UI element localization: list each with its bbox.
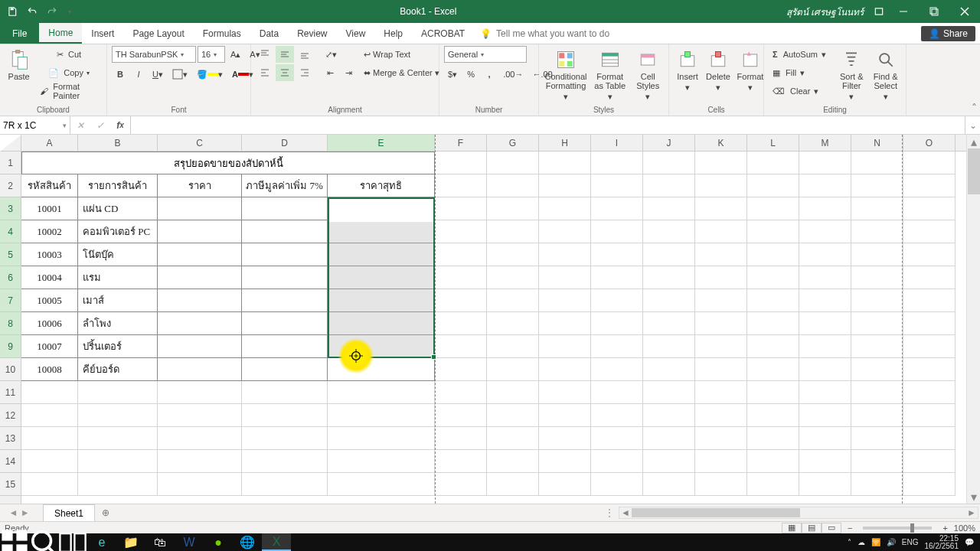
cell-I15[interactable] [591,473,643,496]
cell-E12[interactable] [328,404,435,427]
cell-G11[interactable] [487,381,539,404]
row-header-11[interactable]: 11 [0,381,21,404]
cell-M6[interactable] [799,266,851,289]
tab-home[interactable]: Home [39,23,82,44]
cell-L12[interactable] [747,404,799,427]
cell-L9[interactable] [747,335,799,358]
cell-O15[interactable] [903,473,956,496]
bold-button[interactable]: B [112,66,129,83]
cell-D9[interactable] [242,335,328,358]
cell-L7[interactable] [747,289,799,312]
cells-area[interactable]: รหัสสินค้ารายการสินค้าราคาภาษีมูลค่าเพิ่… [21,152,966,504]
cell-C9[interactable] [158,335,242,358]
cell-M15[interactable] [799,473,851,496]
notifications-icon[interactable]: 💬 [965,539,974,546]
cell-merged-title[interactable]: สรุปยอดขายของสัปดาห์นี้ [21,152,435,174]
cell-H14[interactable] [539,450,591,473]
zoom-slider[interactable] [863,527,932,530]
row-header-8[interactable]: 8 [0,312,21,335]
cell-F6[interactable] [435,266,487,289]
sort-filter-button[interactable]: Sort & Filter▾ [836,46,867,104]
cell-C2[interactable]: ราคา [158,174,242,197]
col-header-F[interactable]: F [435,135,487,151]
cell-D2[interactable]: ภาษีมูลค่าเพิ่ม 7% [242,174,328,197]
cell-A11[interactable] [21,381,78,404]
cell-B9[interactable]: ปริ้นเตอร์ [78,335,158,358]
taskbar-explorer-icon[interactable]: 📁 [116,533,145,551]
cell-O3[interactable] [903,197,956,220]
col-header-N[interactable]: N [851,135,903,151]
cell-styles-button[interactable]: Cell Styles▾ [632,46,664,104]
cell-A3[interactable]: 10001 [21,197,78,220]
italic-button[interactable]: I [130,66,147,83]
name-box[interactable]: 7R x 1C [0,116,70,134]
cell-M2[interactable] [799,174,851,197]
add-sheet-button[interactable]: ⊕ [95,504,116,521]
cell-O12[interactable] [903,404,956,427]
cell-E2[interactable]: ราคาสุทธิ [328,174,435,197]
normal-view-icon[interactable]: ▦ [782,523,802,533]
row-header-1[interactable]: 1 [0,152,21,174]
font-size-select[interactable]: 16 [198,46,225,63]
increase-indent-icon[interactable]: ⇥ [340,64,357,81]
align-bottom-icon[interactable] [296,46,314,63]
row-header-14[interactable]: 14 [0,450,21,473]
align-left-icon[interactable] [256,64,274,81]
cell-O8[interactable] [903,312,956,335]
cell-N5[interactable] [851,243,903,266]
cell-H2[interactable] [539,174,591,197]
merge-center-button[interactable]: ⬌ Merge & Center ▾ [360,64,444,81]
cell-E10[interactable] [328,358,435,381]
cell-I11[interactable] [591,381,643,404]
cell-K11[interactable] [695,381,747,404]
align-middle-icon[interactable] [276,46,294,63]
cell-M8[interactable] [799,312,851,335]
cell-F7[interactable] [435,289,487,312]
col-header-C[interactable]: C [158,135,242,151]
start-button[interactable] [0,533,29,551]
tray-volume-icon[interactable]: 🔊 [887,539,896,546]
cell-M3[interactable] [799,197,851,220]
cell-I2[interactable] [591,174,643,197]
cell-L8[interactable] [747,312,799,335]
cell-L1[interactable] [747,152,799,174]
cell-K7[interactable] [695,289,747,312]
cell-N4[interactable] [851,220,903,243]
row-header-4[interactable]: 4 [0,220,21,243]
accounting-format-icon[interactable]: $▾ [444,66,461,83]
align-center-icon[interactable] [276,64,294,81]
cell-O11[interactable] [903,381,956,404]
cell-E15[interactable] [328,473,435,496]
tray-onedrive-icon[interactable]: ☁ [858,539,865,546]
cell-M13[interactable] [799,427,851,450]
cell-G13[interactable] [487,427,539,450]
cell-D6[interactable] [242,266,328,289]
tab-data[interactable]: Data [250,23,288,44]
close-button[interactable] [949,0,980,23]
tell-me-search[interactable]: 💡 Tell me what you want to do [474,23,616,44]
cell-F9[interactable] [435,335,487,358]
cell-D15[interactable] [242,473,328,496]
cell-G2[interactable] [487,174,539,197]
cell-M10[interactable] [799,358,851,381]
cell-H15[interactable] [539,473,591,496]
cell-C6[interactable] [158,266,242,289]
col-header-M[interactable]: M [799,135,851,151]
taskbar-clock[interactable]: 22:15 16/2/2561 [925,535,959,550]
cell-D4[interactable] [242,220,328,243]
cell-N12[interactable] [851,404,903,427]
find-select-button[interactable]: Find & Select▾ [871,46,902,104]
comma-format-icon[interactable]: , [481,66,498,83]
maximize-button[interactable] [919,0,949,23]
cell-D10[interactable] [242,358,328,381]
scroll-down-icon[interactable]: ▾ [967,490,980,504]
cell-A14[interactable] [21,450,78,473]
cell-B4[interactable]: คอมพิวเตอร์ PC [78,220,158,243]
cell-M7[interactable] [799,289,851,312]
cell-A13[interactable] [21,427,78,450]
row-header-9[interactable]: 9 [0,335,21,358]
cell-K4[interactable] [695,220,747,243]
decrease-indent-icon[interactable]: ⇤ [322,64,338,81]
cell-I4[interactable] [591,220,643,243]
cell-E7[interactable] [328,289,435,312]
